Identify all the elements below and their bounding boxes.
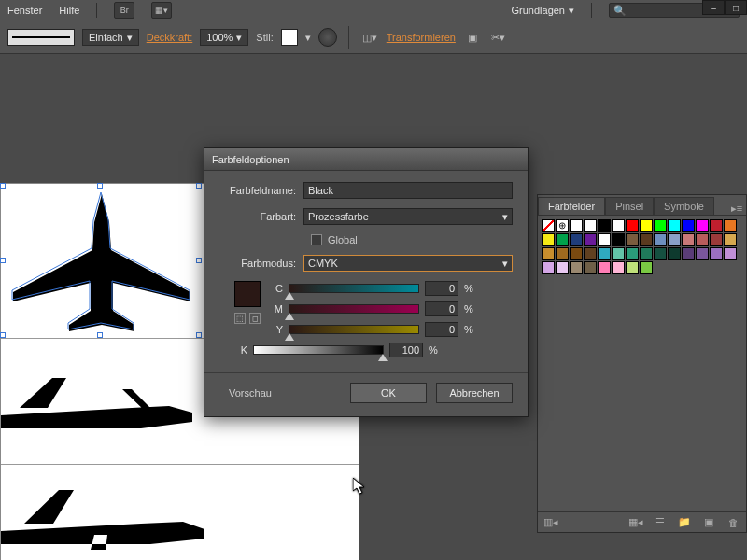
artwork-airplane-side-2[interactable] <box>1 483 206 560</box>
swatch-item[interactable] <box>556 233 569 246</box>
swatch-item[interactable] <box>682 247 695 260</box>
swatch-item[interactable] <box>696 247 709 260</box>
cyan-label: C <box>270 283 283 294</box>
swatch-item[interactable] <box>584 219 597 232</box>
swatch-item[interactable] <box>542 247 555 260</box>
swatch-item[interactable] <box>556 247 569 260</box>
percent-label: % <box>464 324 473 335</box>
transform-link[interactable]: Transformieren <box>387 32 456 43</box>
swatch-item[interactable] <box>654 233 667 246</box>
window-maximize[interactable]: □ <box>725 0 747 15</box>
swatch-item[interactable] <box>626 247 639 260</box>
recolor-button[interactable] <box>318 28 337 47</box>
panel-menu-icon[interactable]: ▸≡ <box>727 203 746 215</box>
swatch-item[interactable] <box>654 219 667 232</box>
swatch-item[interactable] <box>570 247 583 260</box>
swatch-item[interactable] <box>626 219 639 232</box>
window-minimize[interactable]: – <box>702 0 725 15</box>
crop-icon[interactable]: ✂▾ <box>489 29 508 46</box>
opacity-label[interactable]: Deckkraft: <box>147 32 193 43</box>
style-swatch[interactable] <box>281 29 298 46</box>
cube-icon[interactable]: ⬚ <box>234 313 246 324</box>
swatch-item[interactable] <box>668 233 681 246</box>
color-type-dropdown[interactable]: Prozessfarbe▾ <box>303 208 513 225</box>
swatch-item[interactable] <box>598 233 611 246</box>
show-swatch-kinds-icon[interactable]: ▦◂ <box>628 516 643 529</box>
align-icon[interactable]: ◫▾ <box>360 29 379 46</box>
swatch-item[interactable] <box>654 247 667 260</box>
cyan-input[interactable] <box>425 281 458 296</box>
swatch-item[interactable] <box>542 261 555 274</box>
cyan-slider[interactable] <box>289 284 419 293</box>
swatch-item[interactable] <box>584 261 597 274</box>
stroke-style-dropdown[interactable]: Einfach▾ <box>82 29 139 46</box>
tab-brushes[interactable]: Pinsel <box>605 197 654 215</box>
swatch-item[interactable] <box>682 219 695 232</box>
swatch-item[interactable] <box>710 233 723 246</box>
swatch-item[interactable] <box>612 247 625 260</box>
swatch-item[interactable] <box>556 261 569 274</box>
tab-swatches[interactable]: Farbfelder <box>538 197 605 215</box>
menu-help[interactable]: Hilfe <box>59 5 79 16</box>
global-label: Global <box>328 234 358 245</box>
swatch-item[interactable] <box>724 247 737 260</box>
swatch-item[interactable] <box>640 261 653 274</box>
ok-button[interactable]: OK <box>350 383 427 403</box>
swatch-item[interactable] <box>640 247 653 260</box>
new-color-group-icon[interactable]: 📁 <box>677 516 692 529</box>
global-checkbox[interactable] <box>311 234 322 245</box>
yellow-slider[interactable] <box>289 325 419 334</box>
artwork-airplane-side-1[interactable] <box>1 371 197 445</box>
swatch-item[interactable] <box>626 261 639 274</box>
swatch-item[interactable] <box>570 261 583 274</box>
swatch-item[interactable] <box>612 261 625 274</box>
swatch-item[interactable] <box>626 233 639 246</box>
swatch-item[interactable] <box>640 233 653 246</box>
swatch-none[interactable] <box>542 219 555 232</box>
swatch-item[interactable] <box>724 219 737 232</box>
yellow-input[interactable] <box>425 322 458 337</box>
swatch-item[interactable] <box>598 219 611 232</box>
magenta-slider[interactable] <box>289 304 419 314</box>
swatch-item[interactable] <box>598 247 611 260</box>
selection-bounding-box[interactable] <box>3 186 199 335</box>
isolate-icon[interactable]: ▣ <box>463 29 482 46</box>
arrange-docs-button[interactable]: ▦▾ <box>151 2 172 19</box>
menu-window[interactable]: Fenster <box>7 5 42 16</box>
swatch-name-input[interactable] <box>303 182 513 199</box>
black-slider[interactable] <box>253 345 384 355</box>
stroke-weight-widget[interactable] <box>7 29 75 46</box>
swatch-item[interactable] <box>682 233 695 246</box>
new-swatch-icon[interactable]: ▣ <box>701 516 716 529</box>
workspace-switcher[interactable]: Grundlagen▾ <box>512 5 575 17</box>
swatch-item[interactable] <box>612 233 625 246</box>
swatch-item[interactable] <box>710 247 723 260</box>
bridge-button[interactable]: Br <box>114 2 134 19</box>
swatch-item[interactable] <box>696 233 709 246</box>
delete-swatch-icon[interactable]: 🗑 <box>726 516 740 529</box>
swatch-item[interactable] <box>668 247 681 260</box>
swatch-item[interactable] <box>584 233 597 246</box>
out-of-gamut-icon[interactable]: ◻ <box>249 313 261 324</box>
swatch-item[interactable] <box>668 219 681 232</box>
swatch-item[interactable] <box>542 233 555 246</box>
dialog-title[interactable]: Farbfeldoptionen <box>204 148 528 171</box>
swatch-item[interactable] <box>696 219 709 232</box>
swatch-options-icon[interactable]: ☰ <box>653 516 668 529</box>
swatch-libraries-icon[interactable]: ▥◂ <box>543 516 558 529</box>
swatch-item[interactable] <box>612 219 625 232</box>
magenta-input[interactable] <box>425 301 458 316</box>
swatch-item[interactable] <box>584 247 597 260</box>
swatch-registration[interactable]: ⊕ <box>556 219 569 232</box>
swatch-item[interactable] <box>640 219 653 232</box>
swatch-item[interactable] <box>570 233 583 246</box>
opacity-dropdown[interactable]: 100%▾ <box>200 29 248 46</box>
color-mode-dropdown[interactable]: CMYK▾ <box>303 255 513 272</box>
swatch-item[interactable] <box>598 261 611 274</box>
tab-symbols[interactable]: Symbole <box>654 197 714 215</box>
black-input[interactable] <box>389 343 423 357</box>
swatch-item[interactable] <box>724 233 737 246</box>
swatch-item[interactable] <box>710 219 723 232</box>
swatch-item[interactable] <box>570 219 583 232</box>
cancel-button[interactable]: Abbrechen <box>436 383 513 403</box>
